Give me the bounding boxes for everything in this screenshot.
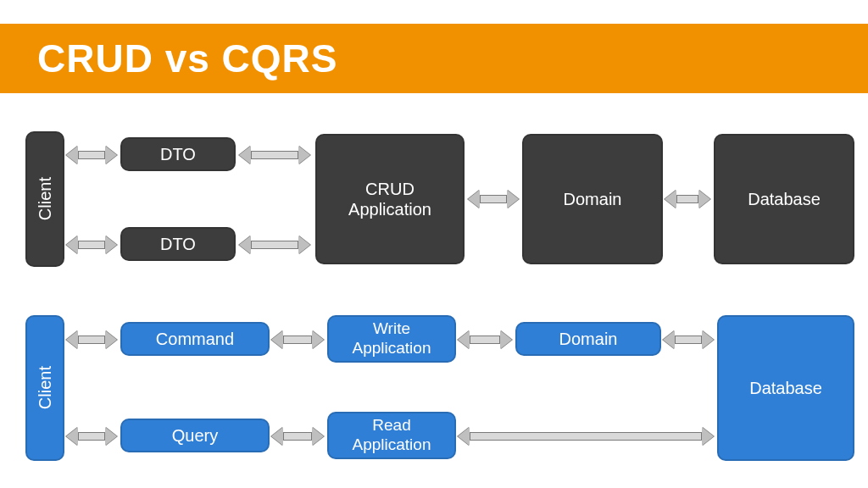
arrow-icon bbox=[663, 330, 714, 349]
arrow-icon bbox=[665, 190, 710, 208]
cqrs-read-app-box: Read Application bbox=[327, 412, 456, 459]
cqrs-database-box: Database bbox=[717, 315, 854, 461]
cqrs-client-label: Client bbox=[35, 366, 55, 409]
arrow-icon bbox=[66, 146, 117, 164]
crud-app-box: CRUD Application bbox=[315, 134, 465, 264]
cqrs-query-box: Query bbox=[120, 419, 270, 452]
crud-app-label: CRUD Application bbox=[348, 179, 431, 219]
arrow-icon bbox=[468, 190, 519, 208]
cqrs-read-app-label: Read Application bbox=[353, 416, 431, 455]
crud-domain-label: Domain bbox=[564, 189, 622, 209]
crud-dto-bottom-label: DTO bbox=[160, 234, 196, 254]
crud-dto-bottom-box: DTO bbox=[120, 227, 236, 261]
cqrs-write-app-box: Write Application bbox=[327, 315, 456, 363]
cqrs-database-label: Database bbox=[749, 378, 822, 398]
crud-database-box: Database bbox=[714, 134, 854, 264]
cqrs-write-app-label: Write Application bbox=[353, 319, 431, 358]
cqrs-query-label: Query bbox=[172, 425, 218, 446]
cqrs-domain-label: Domain bbox=[559, 329, 618, 349]
cqrs-command-box: Command bbox=[120, 322, 270, 356]
cqrs-domain-box: Domain bbox=[515, 322, 661, 356]
arrow-icon bbox=[239, 146, 310, 164]
arrow-icon bbox=[458, 330, 512, 349]
arrow-icon bbox=[66, 427, 117, 446]
arrow-icon bbox=[271, 330, 324, 349]
crud-client-label: Client bbox=[35, 177, 55, 220]
arrow-icon bbox=[66, 236, 117, 254]
crud-client-box: Client bbox=[25, 131, 64, 267]
arrow-icon bbox=[271, 427, 324, 446]
crud-dto-top-label: DTO bbox=[160, 144, 196, 164]
diagram-canvas: Client DTO DTO CRUD Application Domain D… bbox=[0, 0, 868, 488]
cqrs-client-box: Client bbox=[25, 315, 64, 461]
arrow-icon bbox=[66, 330, 117, 349]
crud-domain-box: Domain bbox=[522, 134, 663, 264]
cqrs-command-label: Command bbox=[156, 329, 234, 349]
arrow-icon bbox=[458, 427, 714, 446]
arrow-icon bbox=[239, 236, 310, 254]
crud-database-label: Database bbox=[748, 189, 821, 209]
crud-dto-top-box: DTO bbox=[120, 137, 236, 171]
